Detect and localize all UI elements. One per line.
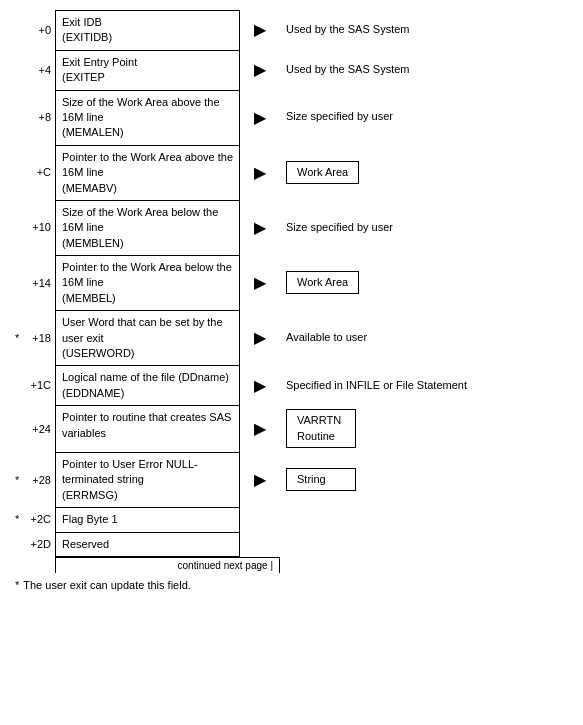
value-cell: String <box>280 452 568 507</box>
value-text: Used by the SAS System <box>286 62 410 77</box>
value-cell: Available to user <box>280 310 568 365</box>
arrow-icon <box>240 507 280 531</box>
value-text: Specified in INFILE or File Statement <box>286 378 467 393</box>
value-box: String <box>286 468 356 491</box>
desc-cell: Reserved <box>55 532 240 557</box>
star-marker: * <box>15 513 19 525</box>
value-cell: Work Area <box>280 145 568 200</box>
table-row: *+28Pointer to User Error NULL-terminate… <box>15 452 568 507</box>
offset-cell: +10 <box>15 200 55 255</box>
footer-bar: continued next page | <box>55 557 280 573</box>
desc-cell: Flag Byte 1 <box>55 507 240 531</box>
arrow-icon: ▶ <box>240 90 280 145</box>
offset-label: +2C <box>31 513 52 525</box>
offset-label: +C <box>37 166 51 178</box>
footnote-star: * <box>15 579 19 591</box>
table-row: +2DReserved <box>15 532 568 557</box>
desc-cell: Pointer to User Error NULL-terminated st… <box>55 452 240 507</box>
footnote: *The user exit can update this field. <box>15 579 568 591</box>
offset-cell: +1C <box>15 365 55 405</box>
arrow-icon: ▶ <box>240 310 280 365</box>
offset-cell: +24 <box>15 405 55 452</box>
desc-cell: Exit Entry Point(EXITEP <box>55 50 240 90</box>
value-cell <box>280 507 568 531</box>
arrow-icon: ▶ <box>240 10 280 50</box>
offset-label: +18 <box>32 332 51 344</box>
footer-text: continued next page | <box>178 560 273 571</box>
value-cell: Used by the SAS System <box>280 10 568 50</box>
value-text: Size specified by user <box>286 109 393 124</box>
arrow-icon: ▶ <box>240 145 280 200</box>
table-row: +8Size of the Work Area above the 16M li… <box>15 90 568 145</box>
value-cell: Specified in INFILE or File Statement <box>280 365 568 405</box>
desc-cell: Size of the Work Area below the 16M line… <box>55 200 240 255</box>
star-marker: * <box>15 474 19 486</box>
table-row: +24Pointer to routine that creates SAS v… <box>15 405 568 452</box>
value-cell: Used by the SAS System <box>280 50 568 90</box>
table-row: +4Exit Entry Point(EXITEP▶Used by the SA… <box>15 50 568 90</box>
value-cell: Work Area <box>280 255 568 310</box>
offset-cell: *+18 <box>15 310 55 365</box>
value-text: Available to user <box>286 330 367 345</box>
table-row: +1CLogical name of the file (DDname)(EDD… <box>15 365 568 405</box>
arrow-icon: ▶ <box>240 405 280 452</box>
star-marker: * <box>15 332 19 344</box>
desc-cell: Logical name of the file (DDname)(EDDNAM… <box>55 365 240 405</box>
desc-cell: Pointer to routine that creates SAS vari… <box>55 405 240 452</box>
arrow-icon: ▶ <box>240 50 280 90</box>
offset-label: +1C <box>31 379 52 391</box>
table-row: +0Exit IDB(EXITIDB)▶Used by the SAS Syst… <box>15 10 568 50</box>
offset-cell: +4 <box>15 50 55 90</box>
offset-label: +28 <box>32 474 51 486</box>
arrow-icon: ▶ <box>240 255 280 310</box>
offset-cell: +0 <box>15 10 55 50</box>
arrow-icon: ▶ <box>240 365 280 405</box>
offset-cell: +14 <box>15 255 55 310</box>
arrow-icon <box>240 532 280 557</box>
value-text: Size specified by user <box>286 220 393 235</box>
value-box: Work Area <box>286 271 359 294</box>
main-table: +0Exit IDB(EXITIDB)▶Used by the SAS Syst… <box>15 10 568 591</box>
offset-label: +8 <box>38 111 51 123</box>
desc-cell: Exit IDB(EXITIDB) <box>55 10 240 50</box>
value-box: Work Area <box>286 161 359 184</box>
offset-label: +0 <box>38 24 51 36</box>
desc-cell: Pointer to the Work Area below the 16M l… <box>55 255 240 310</box>
value-cell <box>280 532 568 557</box>
offset-cell: *+28 <box>15 452 55 507</box>
offset-label: +14 <box>32 277 51 289</box>
arrow-icon: ▶ <box>240 200 280 255</box>
value-cell: VARRTNRoutine <box>280 405 568 452</box>
desc-cell: Pointer to the Work Area above the 16M l… <box>55 145 240 200</box>
value-box: VARRTNRoutine <box>286 409 356 448</box>
offset-label: +2D <box>31 538 52 550</box>
table-row: +CPointer to the Work Area above the 16M… <box>15 145 568 200</box>
desc-cell: User Word that can be set by the user ex… <box>55 310 240 365</box>
value-text: Used by the SAS System <box>286 22 410 37</box>
desc-cell: Size of the Work Area above the 16M line… <box>55 90 240 145</box>
table-row: +14Pointer to the Work Area below the 16… <box>15 255 568 310</box>
table-row: +10Size of the Work Area below the 16M l… <box>15 200 568 255</box>
offset-label: +4 <box>38 64 51 76</box>
footnote-text: The user exit can update this field. <box>23 579 191 591</box>
offset-cell: +C <box>15 145 55 200</box>
table-row: *+18User Word that can be set by the use… <box>15 310 568 365</box>
offset-label: +10 <box>32 221 51 233</box>
offset-cell: +2D <box>15 532 55 557</box>
value-cell: Size specified by user <box>280 200 568 255</box>
table-row: *+2CFlag Byte 1 <box>15 507 568 531</box>
value-cell: Size specified by user <box>280 90 568 145</box>
offset-cell: +8 <box>15 90 55 145</box>
offset-cell: *+2C <box>15 507 55 531</box>
offset-label: +24 <box>32 423 51 435</box>
arrow-icon: ▶ <box>240 452 280 507</box>
